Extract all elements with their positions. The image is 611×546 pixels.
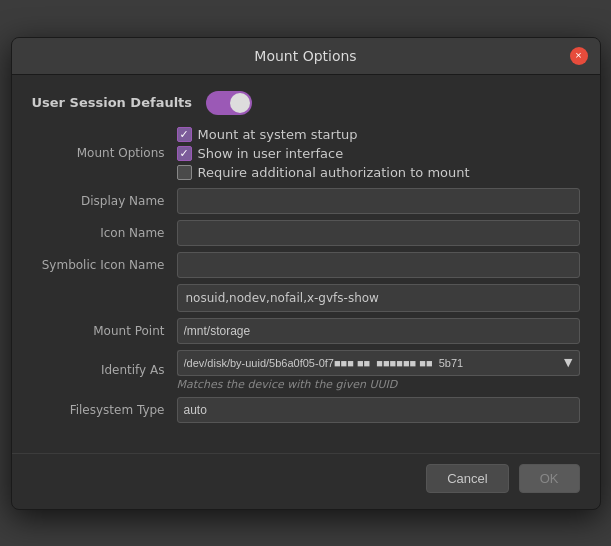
session-toggle[interactable] (206, 91, 252, 115)
identify-hint: Matches the device with the given UUID (177, 378, 580, 391)
checkbox-ui[interactable]: Show in user interface (177, 146, 580, 161)
checkbox-startup-label: Mount at system startup (198, 127, 358, 142)
icon-name-row: Icon Name (32, 220, 580, 246)
cancel-button[interactable]: Cancel (426, 464, 508, 493)
checkbox-ui-box (177, 146, 192, 161)
identify-as-row: Identify As ▼ Matches the device with th… (32, 350, 580, 391)
filesystem-type-label: Filesystem Type (32, 403, 177, 417)
close-button[interactable]: × (570, 47, 588, 65)
mount-options-label: Mount Options (32, 146, 177, 160)
symbolic-icon-name-label: Symbolic Icon Name (32, 258, 177, 272)
identify-input[interactable] (177, 350, 559, 376)
mount-options-checkboxes: Mount at system startup Show in user int… (177, 127, 580, 180)
display-name-value (177, 188, 580, 214)
checkbox-auth[interactable]: Require additional authorization to moun… (177, 165, 580, 180)
toggle-knob (230, 93, 250, 113)
identify-as-value: ▼ Matches the device with the given UUID (177, 350, 580, 391)
filesystem-type-value (177, 397, 580, 423)
display-name-input[interactable] (177, 188, 580, 214)
mount-options-row: Mount Options Mount at system startup Sh… (32, 127, 580, 180)
identify-row: ▼ (177, 350, 580, 376)
content-area: User Session Defaults Mount Options Moun… (12, 75, 600, 445)
mount-point-row: Mount Point (32, 318, 580, 344)
mount-point-label: Mount Point (32, 324, 177, 338)
toggle-track (206, 91, 252, 115)
session-defaults-row: User Session Defaults (32, 91, 580, 115)
icon-name-label: Icon Name (32, 226, 177, 240)
checkbox-group: Mount at system startup Show in user int… (177, 127, 580, 180)
options-value-cell: nosuid,nodev,nofail,x-gvfs-show (177, 284, 580, 312)
checkbox-auth-label: Require additional authorization to moun… (198, 165, 470, 180)
options-value: nosuid,nodev,nofail,x-gvfs-show (177, 284, 580, 312)
identify-as-label: Identify As (32, 363, 177, 377)
session-label: User Session Defaults (32, 95, 193, 110)
chevron-down-icon: ▼ (564, 356, 572, 369)
display-name-row: Display Name (32, 188, 580, 214)
ok-button[interactable]: OK (519, 464, 580, 493)
filesystem-type-row: Filesystem Type (32, 397, 580, 423)
mount-point-value (177, 318, 580, 344)
dialog-title: Mount Options (254, 48, 356, 64)
dialog-footer: Cancel OK (12, 453, 600, 509)
checkbox-auth-box (177, 165, 192, 180)
checkbox-startup[interactable]: Mount at system startup (177, 127, 580, 142)
checkbox-startup-box (177, 127, 192, 142)
icon-name-value (177, 220, 580, 246)
filesystem-type-input[interactable] (177, 397, 580, 423)
checkbox-ui-label: Show in user interface (198, 146, 344, 161)
icon-name-input[interactable] (177, 220, 580, 246)
symbolic-icon-name-row: Symbolic Icon Name (32, 252, 580, 278)
titlebar: Mount Options × (12, 38, 600, 75)
dialog: Mount Options × User Session Defaults Mo… (11, 37, 601, 510)
identify-dropdown[interactable]: ▼ (558, 350, 579, 376)
symbolic-icon-name-value (177, 252, 580, 278)
display-name-label: Display Name (32, 194, 177, 208)
options-row: nosuid,nodev,nofail,x-gvfs-show (32, 284, 580, 312)
symbolic-icon-name-input[interactable] (177, 252, 580, 278)
mount-point-input[interactable] (177, 318, 580, 344)
